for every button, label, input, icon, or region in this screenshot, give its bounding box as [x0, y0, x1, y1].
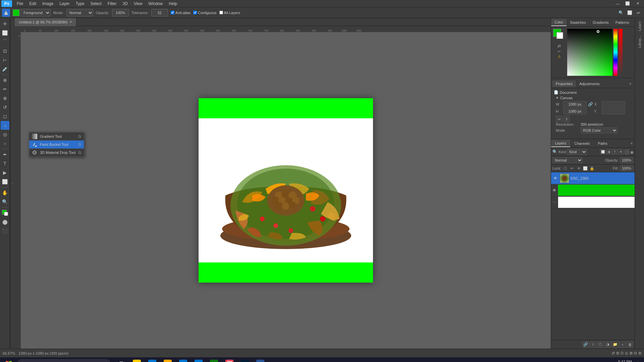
filter-type-icon[interactable]: T	[612, 149, 618, 155]
layer-item-layer0[interactable]: 👁 Layer 0	[551, 196, 635, 208]
status-bar-icon3[interactable]: ⊡	[621, 351, 624, 355]
photos-app[interactable]: 🖼	[222, 357, 237, 362]
all-layers-checkbox[interactable]: All Layers	[219, 11, 240, 15]
folder-app[interactable]: 📂	[160, 357, 175, 362]
status-bar-icon6[interactable]: ⊟	[634, 351, 637, 355]
menu-type[interactable]: Type	[73, 1, 87, 7]
color-tab[interactable]: Color	[551, 19, 567, 26]
quick-select-tool[interactable]: ⊡	[1, 47, 9, 55]
lock-image-icon[interactable]: ✏	[569, 166, 575, 171]
maximize-button[interactable]: ⬜	[623, 0, 633, 7]
taskbar-clock[interactable]: 5:47 PM 3/30/2020	[614, 359, 633, 362]
clone-stamp-tool[interactable]: ⊗	[1, 94, 9, 103]
shape-tool[interactable]: ⬜	[1, 177, 9, 186]
menu-view[interactable]: View	[131, 1, 145, 7]
canvas-y-input[interactable]	[601, 108, 625, 114]
contiguous-checkbox[interactable]: Contiguous	[193, 11, 217, 15]
flip-vert-icon[interactable]: ⇕	[563, 116, 570, 122]
path-select-tool[interactable]: ▶	[1, 168, 9, 177]
mode-dropdown[interactable]: Normal	[66, 9, 93, 16]
blend-mode-dropdown[interactable]: Normal	[552, 157, 583, 163]
minimize-button[interactable]: —	[612, 0, 623, 7]
blur-tool[interactable]: ◎	[1, 130, 9, 139]
canvas-viewport[interactable]	[21, 32, 551, 349]
lock-transparent-icon[interactable]: ⬡	[562, 166, 568, 171]
tolerance-input[interactable]	[151, 9, 168, 16]
lock-all-icon[interactable]: 🔒	[589, 166, 595, 171]
layer-item-dsc2305[interactable]: 👁 DSC_2305	[551, 172, 635, 184]
anti-alias-checkbox[interactable]: Anti-alias	[171, 11, 191, 15]
filter-dot-toggle[interactable]	[631, 151, 633, 154]
swap-colors-icon[interactable]: ⇄	[557, 44, 561, 48]
search-icon[interactable]: 🔍	[617, 9, 625, 16]
toggle-icon[interactable]: ⇌	[635, 9, 642, 16]
opacity-input[interactable]	[112, 9, 129, 16]
filter-adjust-icon[interactable]: ◑	[606, 149, 611, 155]
menu-window[interactable]: Window	[146, 1, 166, 7]
eraser-tool[interactable]: ◻	[1, 112, 9, 121]
menu-select[interactable]: Select	[88, 1, 104, 7]
alpha-slider[interactable]	[619, 29, 623, 76]
color-gradient-picker[interactable]	[567, 29, 612, 76]
libraries-side-tab[interactable]: Librar...	[636, 34, 643, 50]
filter-kind-dropdown[interactable]: Kind	[567, 149, 587, 155]
layer-group-button[interactable]: 📁	[612, 341, 619, 348]
filter-pixel-icon[interactable]: ⬜	[600, 149, 605, 155]
status-bar-icon4[interactable]: ◎	[625, 351, 628, 355]
background-color-swatch[interactable]	[556, 32, 563, 39]
type-tool[interactable]: T	[1, 159, 9, 168]
close-tab-icon[interactable]: ✕	[69, 20, 72, 24]
opacity-value-input[interactable]	[620, 157, 633, 163]
dodge-tool[interactable]: ○	[1, 139, 9, 148]
menu-layer[interactable]: Layer	[57, 1, 72, 7]
document-tab[interactable]: Untitled-1 @ 66.7% (RGB/8#) ✕	[15, 18, 76, 26]
lock-proportions-icon[interactable]: 🔗	[588, 102, 593, 107]
word-app[interactable]: W	[253, 357, 268, 362]
lock-position-icon[interactable]: ✛	[576, 166, 581, 171]
foreground-dropdown[interactable]: Foreground	[13, 9, 51, 16]
menu-filter[interactable]: Filter	[105, 1, 119, 7]
mail-app[interactable]: ✉	[191, 357, 206, 362]
layer-mask-button[interactable]: ⬡	[597, 341, 604, 348]
adjustment-layer-button[interactable]: ◑	[604, 341, 611, 348]
notification-button[interactable]: 🔔	[635, 359, 641, 362]
spot-healing-tool[interactable]: ⊕	[1, 76, 9, 84]
flip-horiz-icon[interactable]: ⇔	[556, 116, 562, 122]
mode-select[interactable]: RGB Color	[581, 127, 618, 133]
status-bar-icon7[interactable]: ⊞	[638, 351, 641, 355]
menu-image[interactable]: Image	[40, 1, 56, 7]
photoshop-app[interactable]: Ps	[237, 357, 252, 362]
zoom-tool[interactable]: 🔍	[1, 197, 9, 206]
gradient-tool-menu-item[interactable]: Gradient Tool G	[29, 132, 84, 140]
properties-tab[interactable]: Properties	[552, 80, 576, 87]
status-bar-icon1[interactable]: ⇄	[612, 351, 615, 355]
left-collapse-button[interactable]: ‹	[10, 18, 15, 349]
adjustments-tab[interactable]: Adjustments	[576, 80, 603, 87]
gradient-tool[interactable]: ⬦	[1, 121, 9, 130]
history-brush-tool[interactable]: ↺	[1, 103, 9, 112]
edge-app[interactable]: e	[145, 357, 160, 362]
foreground-color[interactable]	[1, 208, 9, 217]
taskbar-search-bar[interactable]: 🔍 Type here to search	[17, 359, 111, 362]
canvas-height-input[interactable]	[563, 108, 587, 114]
layer-visibility-icon-1[interactable]: 👁	[552, 187, 556, 193]
menu-edit[interactable]: Edit	[26, 1, 39, 7]
move-tool[interactable]: ✛	[1, 19, 9, 28]
status-bar-icon2[interactable]: ⊞	[616, 351, 619, 355]
delete-layer-button[interactable]: 🗑	[627, 341, 633, 348]
start-button[interactable]	[1, 357, 16, 362]
canvas-x-input[interactable]	[602, 101, 625, 107]
learn-side-tab[interactable]: Learn	[636, 19, 643, 33]
hand-tool[interactable]: ✋	[1, 188, 9, 197]
quick-mask-tool[interactable]: ⬤	[1, 218, 9, 226]
patterns-tab[interactable]: Patterns	[612, 19, 633, 26]
menu-file[interactable]: File	[14, 1, 26, 7]
status-bar-icon5[interactable]: ⊠	[630, 351, 633, 355]
default-colors-icon[interactable]: ↩	[558, 50, 560, 53]
crop-tool[interactable]: ⊢	[1, 56, 9, 64]
menu-3d[interactable]: 3D	[120, 1, 130, 7]
lock-artboard-icon[interactable]: ⬜	[583, 166, 588, 171]
pen-tool[interactable]: ✒	[1, 150, 9, 159]
layer-visibility-icon[interactable]: 👁	[552, 175, 558, 181]
store-app[interactable]: 🛍	[176, 357, 191, 362]
